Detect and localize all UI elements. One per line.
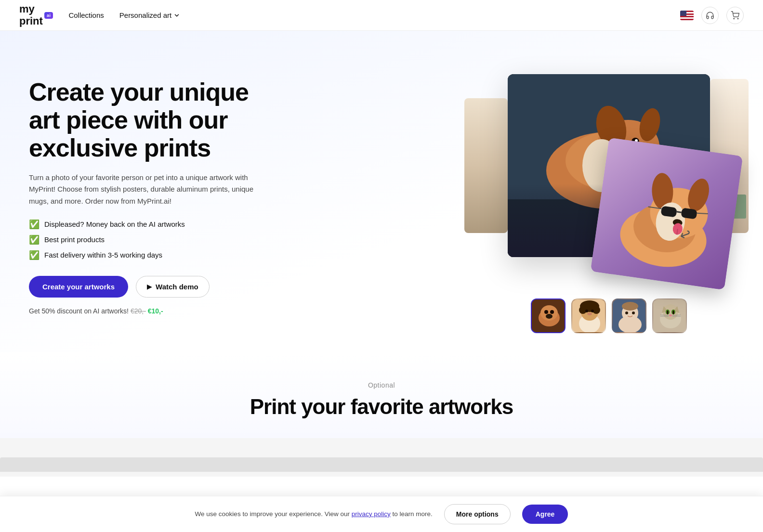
navbar: my print ai Collections Personalized art [0, 0, 763, 31]
logo[interactable]: my print ai [19, 3, 53, 26]
price-old: €20,- [131, 307, 146, 315]
svg-point-1 [737, 18, 738, 19]
thumb-man-image [613, 299, 646, 333]
chevron-down-icon [173, 12, 180, 19]
thumb-child-image [572, 299, 606, 333]
svg-line-24 [677, 212, 682, 212]
side-image-left [464, 98, 508, 233]
svg-point-53 [663, 304, 678, 320]
flag-us-icon[interactable] [680, 11, 694, 20]
svg-point-33 [544, 310, 548, 314]
price-new: €10,- [148, 307, 163, 315]
check-icon-2: ✅ [29, 234, 39, 245]
image-stack: ↩ [474, 60, 744, 291]
svg-point-42 [585, 310, 588, 312]
feature-3: ✅ Fast delivery within 3-5 working days [29, 250, 260, 260]
svg-point-43 [591, 310, 594, 312]
thumbnail-dog[interactable] [531, 298, 566, 333]
thumbnail-row [474, 298, 744, 333]
play-icon: ▶ [147, 283, 152, 290]
hero-title: Create your unique art piece with our ex… [29, 78, 260, 162]
hero-right: ↩ [474, 60, 744, 333]
watch-demo-button[interactable]: ▶ Watch demo [136, 276, 210, 298]
thumbnail-man[interactable] [612, 298, 646, 333]
svg-point-58 [667, 311, 669, 314]
bottom-bar [0, 457, 763, 472]
hero-section: Create your unique art piece with our ex… [0, 31, 763, 352]
nav-right [680, 7, 744, 24]
check-icon-1: ✅ [29, 219, 39, 230]
artwork-card [591, 138, 743, 290]
svg-point-40 [579, 306, 587, 314]
svg-point-59 [673, 311, 674, 314]
hero-left: Create your unique art piece with our ex… [29, 78, 260, 315]
svg-point-35 [546, 314, 553, 319]
support-button[interactable] [701, 7, 719, 24]
create-artworks-button[interactable]: Create your artworks [29, 276, 128, 298]
cart-button[interactable] [726, 7, 744, 24]
svg-point-44 [587, 312, 592, 315]
svg-point-0 [734, 18, 735, 19]
thumb-cat-image [653, 299, 687, 333]
section-title: Print your favorite artworks [19, 395, 744, 419]
svg-point-50 [632, 311, 635, 314]
artwork-illustration [591, 138, 743, 290]
optional-label: Optional [19, 381, 744, 389]
nav-left: my print ai Collections Personalized art [19, 3, 180, 26]
bottom-hint [0, 438, 763, 477]
svg-point-48 [622, 302, 638, 311]
svg-point-49 [625, 311, 628, 314]
optional-section: Optional Print your favorite artworks [0, 352, 763, 438]
thumbnail-child[interactable] [571, 298, 606, 333]
nav-collections[interactable]: Collections [68, 11, 104, 19]
hero-description: Turn a photo of your favorite person or … [29, 172, 260, 208]
logo-ai-badge: ai [44, 12, 53, 19]
discount-text: Get 50% discount on AI artworks! €20,- €… [29, 307, 260, 315]
feature-2: ✅ Best print products [29, 234, 260, 245]
svg-point-34 [550, 310, 554, 314]
check-icon-3: ✅ [29, 250, 39, 260]
feature-1: ✅ Displeased? Money back on the AI artwo… [29, 219, 260, 230]
headset-icon [706, 11, 714, 20]
cart-icon [731, 11, 739, 20]
hero-actions: Create your artworks ▶ Watch demo [29, 276, 260, 298]
thumbnail-cat[interactable] [652, 298, 687, 333]
svg-point-60 [669, 314, 672, 316]
thumb-dog-image [532, 299, 566, 333]
nav-personalized-art[interactable]: Personalized art [119, 11, 180, 19]
logo-icon: my print ai [19, 3, 53, 26]
svg-point-41 [592, 306, 600, 314]
logo-text: my print [19, 3, 43, 26]
hero-features: ✅ Displeased? Money back on the AI artwo… [29, 219, 260, 260]
